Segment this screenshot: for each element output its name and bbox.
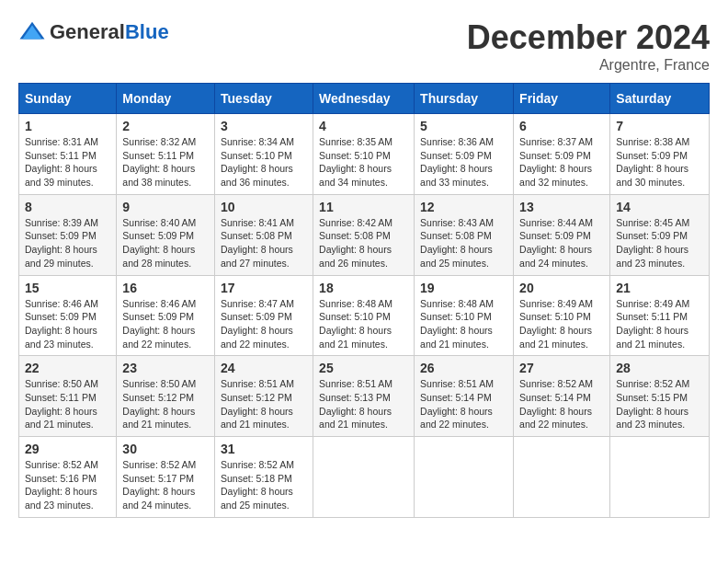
day-cell: 17 Sunrise: 8:47 AM Sunset: 5:09 PM Dayl… [215,275,313,356]
day-cell: 11 Sunrise: 8:42 AM Sunset: 5:08 PM Dayl… [313,194,415,275]
col-thursday: Thursday [415,84,514,114]
page-header: GeneralBlue December 2024 Argentre, Fran… [18,18,710,74]
day-info: Sunrise: 8:47 AM Sunset: 5:09 PM Dayligh… [221,297,307,351]
day-info: Sunrise: 8:34 AM Sunset: 5:10 PM Dayligh… [221,135,307,190]
day-number: 12 [420,200,507,214]
day-cell: 12 Sunrise: 8:43 AM Sunset: 5:08 PM Dayl… [415,194,514,275]
day-info: Sunrise: 8:37 AM Sunset: 5:09 PM Dayligh… [519,135,604,190]
day-info: Sunrise: 8:48 AM Sunset: 5:10 PM Dayligh… [319,297,408,351]
day-number: 20 [519,281,604,295]
col-tuesday: Tuesday [215,84,313,114]
empty-cell [313,437,415,518]
day-cell: 2 Sunrise: 8:32 AM Sunset: 5:11 PM Dayli… [117,114,215,195]
day-number: 5 [420,119,507,133]
day-info: Sunrise: 8:51 AM Sunset: 5:12 PM Dayligh… [221,377,307,431]
day-cell: 13 Sunrise: 8:44 AM Sunset: 5:09 PM Dayl… [514,194,610,275]
col-saturday: Saturday [610,84,710,114]
day-info: Sunrise: 8:32 AM Sunset: 5:11 PM Dayligh… [122,135,209,190]
day-cell: 5 Sunrise: 8:36 AM Sunset: 5:09 PM Dayli… [415,114,514,195]
day-number: 9 [122,200,209,214]
day-info: Sunrise: 8:52 AM Sunset: 5:15 PM Dayligh… [616,377,703,431]
day-cell: 23 Sunrise: 8:50 AM Sunset: 5:12 PM Dayl… [117,356,215,437]
day-cell: 24 Sunrise: 8:51 AM Sunset: 5:12 PM Dayl… [215,356,313,437]
day-number: 13 [519,200,604,214]
day-cell: 1 Sunrise: 8:31 AM Sunset: 5:11 PM Dayli… [19,114,117,195]
day-number: 8 [25,200,110,214]
day-cell: 14 Sunrise: 8:45 AM Sunset: 5:09 PM Dayl… [610,194,710,275]
calendar-week-row: 15 Sunrise: 8:46 AM Sunset: 5:09 PM Dayl… [19,275,710,356]
day-cell: 29 Sunrise: 8:52 AM Sunset: 5:16 PM Dayl… [19,437,117,518]
month-title: December 2024 [467,18,710,57]
day-number: 26 [420,361,507,375]
day-number: 19 [420,281,507,295]
day-number: 24 [221,361,307,375]
day-number: 22 [25,361,110,375]
day-info: Sunrise: 8:52 AM Sunset: 5:17 PM Dayligh… [122,458,209,512]
day-info: Sunrise: 8:43 AM Sunset: 5:08 PM Dayligh… [420,216,507,270]
day-number: 30 [122,442,209,456]
day-cell: 26 Sunrise: 8:51 AM Sunset: 5:14 PM Dayl… [415,356,514,437]
day-number: 10 [221,200,307,214]
empty-cell [610,437,710,518]
day-number: 7 [616,119,703,133]
day-cell: 28 Sunrise: 8:52 AM Sunset: 5:15 PM Dayl… [610,356,710,437]
calendar-week-row: 29 Sunrise: 8:52 AM Sunset: 5:16 PM Dayl… [19,437,710,518]
day-info: Sunrise: 8:42 AM Sunset: 5:08 PM Dayligh… [319,216,408,270]
col-monday: Monday [117,84,215,114]
empty-cell [514,437,610,518]
day-info: Sunrise: 8:35 AM Sunset: 5:10 PM Dayligh… [319,135,408,190]
day-info: Sunrise: 8:46 AM Sunset: 5:09 PM Dayligh… [122,297,209,351]
calendar-week-row: 1 Sunrise: 8:31 AM Sunset: 5:11 PM Dayli… [19,114,710,195]
logo-text: GeneralBlue [50,22,169,42]
day-number: 17 [221,281,307,295]
calendar-table: Sunday Monday Tuesday Wednesday Thursday… [18,83,710,518]
day-number: 16 [122,281,209,295]
day-info: Sunrise: 8:49 AM Sunset: 5:11 PM Dayligh… [616,297,703,351]
day-info: Sunrise: 8:46 AM Sunset: 5:09 PM Dayligh… [25,297,110,351]
day-cell: 19 Sunrise: 8:48 AM Sunset: 5:10 PM Dayl… [415,275,514,356]
day-info: Sunrise: 8:51 AM Sunset: 5:13 PM Dayligh… [319,377,408,431]
day-number: 2 [122,119,209,133]
day-info: Sunrise: 8:48 AM Sunset: 5:10 PM Dayligh… [420,297,507,351]
empty-cell [415,437,514,518]
day-cell: 3 Sunrise: 8:34 AM Sunset: 5:10 PM Dayli… [215,114,313,195]
calendar-week-row: 22 Sunrise: 8:50 AM Sunset: 5:11 PM Dayl… [19,356,710,437]
day-cell: 9 Sunrise: 8:40 AM Sunset: 5:09 PM Dayli… [117,194,215,275]
col-wednesday: Wednesday [313,84,415,114]
day-info: Sunrise: 8:52 AM Sunset: 5:14 PM Dayligh… [519,377,604,431]
day-cell: 22 Sunrise: 8:50 AM Sunset: 5:11 PM Dayl… [19,356,117,437]
day-info: Sunrise: 8:52 AM Sunset: 5:18 PM Dayligh… [221,458,307,512]
day-cell: 21 Sunrise: 8:49 AM Sunset: 5:11 PM Dayl… [610,275,710,356]
day-info: Sunrise: 8:40 AM Sunset: 5:09 PM Dayligh… [122,216,209,270]
day-cell: 15 Sunrise: 8:46 AM Sunset: 5:09 PM Dayl… [19,275,117,356]
day-info: Sunrise: 8:36 AM Sunset: 5:09 PM Dayligh… [420,135,507,190]
calendar-header-row: Sunday Monday Tuesday Wednesday Thursday… [19,84,710,114]
day-info: Sunrise: 8:44 AM Sunset: 5:09 PM Dayligh… [519,216,604,270]
day-cell: 20 Sunrise: 8:49 AM Sunset: 5:10 PM Dayl… [514,275,610,356]
day-number: 29 [25,442,110,456]
title-area: December 2024 Argentre, France [467,18,710,74]
col-sunday: Sunday [19,84,117,114]
day-info: Sunrise: 8:38 AM Sunset: 5:09 PM Dayligh… [616,135,703,190]
day-number: 27 [519,361,604,375]
col-friday: Friday [514,84,610,114]
logo: GeneralBlue [18,18,169,46]
day-number: 11 [319,200,408,214]
logo-icon [18,18,46,46]
day-number: 1 [25,119,110,133]
day-info: Sunrise: 8:50 AM Sunset: 5:11 PM Dayligh… [25,377,110,431]
day-cell: 10 Sunrise: 8:41 AM Sunset: 5:08 PM Dayl… [215,194,313,275]
day-info: Sunrise: 8:52 AM Sunset: 5:16 PM Dayligh… [25,458,110,512]
day-cell: 16 Sunrise: 8:46 AM Sunset: 5:09 PM Dayl… [117,275,215,356]
day-number: 15 [25,281,110,295]
day-number: 23 [122,361,209,375]
day-cell: 4 Sunrise: 8:35 AM Sunset: 5:10 PM Dayli… [313,114,415,195]
day-cell: 6 Sunrise: 8:37 AM Sunset: 5:09 PM Dayli… [514,114,610,195]
day-cell: 30 Sunrise: 8:52 AM Sunset: 5:17 PM Dayl… [117,437,215,518]
day-number: 28 [616,361,703,375]
day-info: Sunrise: 8:50 AM Sunset: 5:12 PM Dayligh… [122,377,209,431]
day-info: Sunrise: 8:49 AM Sunset: 5:10 PM Dayligh… [519,297,604,351]
day-number: 14 [616,200,703,214]
day-cell: 8 Sunrise: 8:39 AM Sunset: 5:09 PM Dayli… [19,194,117,275]
day-info: Sunrise: 8:51 AM Sunset: 5:14 PM Dayligh… [420,377,507,431]
